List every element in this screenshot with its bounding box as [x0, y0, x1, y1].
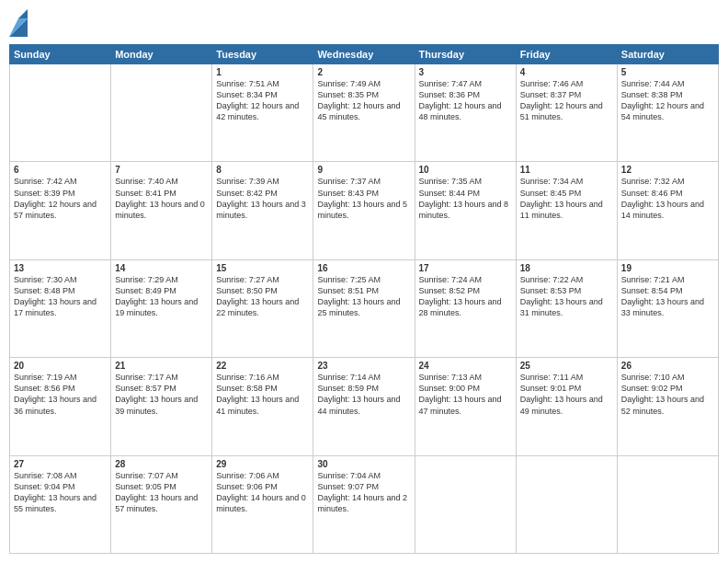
- day-info: Sunrise: 7:14 AM Sunset: 8:59 PM Dayligh…: [317, 372, 410, 417]
- calendar-cell: 23Sunrise: 7:14 AM Sunset: 8:59 PM Dayli…: [313, 358, 415, 455]
- day-info: Sunrise: 7:47 AM Sunset: 8:36 PM Dayligh…: [419, 78, 512, 123]
- day-number: 15: [216, 263, 309, 273]
- calendar-header-monday: Monday: [111, 45, 212, 64]
- day-info: Sunrise: 7:13 AM Sunset: 9:00 PM Dayligh…: [419, 372, 512, 417]
- calendar-week-row: 6Sunrise: 7:42 AM Sunset: 8:39 PM Daylig…: [10, 162, 719, 259]
- calendar-cell: [10, 64, 111, 162]
- day-info: Sunrise: 7:30 AM Sunset: 8:48 PM Dayligh…: [14, 274, 107, 319]
- day-number: 13: [14, 263, 107, 273]
- day-number: 3: [419, 67, 512, 77]
- calendar-cell: 21Sunrise: 7:17 AM Sunset: 8:57 PM Dayli…: [111, 358, 212, 455]
- calendar-header-thursday: Thursday: [415, 45, 516, 64]
- day-info: Sunrise: 7:06 AM Sunset: 9:06 PM Dayligh…: [216, 470, 309, 515]
- logo: [9, 9, 29, 37]
- day-info: Sunrise: 7:21 AM Sunset: 8:54 PM Dayligh…: [621, 274, 714, 319]
- day-number: 5: [621, 67, 714, 77]
- day-number: 26: [621, 361, 714, 371]
- day-number: 19: [621, 263, 714, 273]
- calendar-header-sunday: Sunday: [10, 45, 111, 64]
- logo-icon: [9, 9, 28, 37]
- calendar-header-tuesday: Tuesday: [212, 45, 313, 64]
- day-number: 10: [419, 165, 512, 175]
- day-info: Sunrise: 7:11 AM Sunset: 9:01 PM Dayligh…: [520, 372, 613, 417]
- calendar-header-saturday: Saturday: [617, 45, 718, 64]
- day-number: 2: [317, 67, 410, 77]
- calendar-header-row: SundayMondayTuesdayWednesdayThursdayFrid…: [10, 45, 719, 64]
- calendar-cell: 9Sunrise: 7:37 AM Sunset: 8:43 PM Daylig…: [313, 162, 415, 259]
- calendar-table: SundayMondayTuesdayWednesdayThursdayFrid…: [9, 44, 719, 554]
- day-info: Sunrise: 7:29 AM Sunset: 8:49 PM Dayligh…: [115, 274, 208, 319]
- calendar-cell: 22Sunrise: 7:16 AM Sunset: 8:58 PM Dayli…: [212, 358, 313, 455]
- day-info: Sunrise: 7:08 AM Sunset: 9:04 PM Dayligh…: [14, 470, 107, 515]
- day-info: Sunrise: 7:24 AM Sunset: 8:52 PM Dayligh…: [419, 274, 512, 319]
- day-number: 27: [14, 459, 107, 469]
- day-info: Sunrise: 7:16 AM Sunset: 8:58 PM Dayligh…: [216, 372, 309, 417]
- day-info: Sunrise: 7:37 AM Sunset: 8:43 PM Dayligh…: [317, 176, 410, 221]
- calendar-cell: 26Sunrise: 7:10 AM Sunset: 9:02 PM Dayli…: [617, 358, 718, 455]
- calendar-header-friday: Friday: [516, 45, 617, 64]
- day-number: 20: [14, 361, 107, 371]
- day-number: 8: [216, 165, 309, 175]
- day-info: Sunrise: 7:07 AM Sunset: 9:05 PM Dayligh…: [115, 470, 208, 515]
- day-info: Sunrise: 7:35 AM Sunset: 8:44 PM Dayligh…: [419, 176, 512, 221]
- header: [9, 9, 719, 37]
- day-info: Sunrise: 7:49 AM Sunset: 8:35 PM Dayligh…: [317, 78, 410, 123]
- day-info: Sunrise: 7:10 AM Sunset: 9:02 PM Dayligh…: [621, 372, 714, 417]
- day-number: 24: [419, 361, 512, 371]
- calendar-cell: 13Sunrise: 7:30 AM Sunset: 8:48 PM Dayli…: [10, 259, 111, 357]
- calendar-week-row: 20Sunrise: 7:19 AM Sunset: 8:56 PM Dayli…: [10, 358, 719, 455]
- calendar-cell: 20Sunrise: 7:19 AM Sunset: 8:56 PM Dayli…: [10, 358, 111, 455]
- day-number: 1: [216, 67, 309, 77]
- calendar-cell: 25Sunrise: 7:11 AM Sunset: 9:01 PM Dayli…: [516, 358, 617, 455]
- calendar-cell: 7Sunrise: 7:40 AM Sunset: 8:41 PM Daylig…: [111, 162, 212, 259]
- day-info: Sunrise: 7:32 AM Sunset: 8:46 PM Dayligh…: [621, 176, 714, 221]
- day-info: Sunrise: 7:25 AM Sunset: 8:51 PM Dayligh…: [317, 274, 410, 319]
- calendar-cell: 15Sunrise: 7:27 AM Sunset: 8:50 PM Dayli…: [212, 259, 313, 357]
- calendar-cell: [111, 64, 212, 162]
- calendar-cell: 27Sunrise: 7:08 AM Sunset: 9:04 PM Dayli…: [10, 455, 111, 553]
- calendar-cell: 14Sunrise: 7:29 AM Sunset: 8:49 PM Dayli…: [111, 259, 212, 357]
- day-info: Sunrise: 7:19 AM Sunset: 8:56 PM Dayligh…: [14, 372, 107, 417]
- day-info: Sunrise: 7:27 AM Sunset: 8:50 PM Dayligh…: [216, 274, 309, 319]
- day-number: 7: [115, 165, 208, 175]
- calendar-cell: 30Sunrise: 7:04 AM Sunset: 9:07 PM Dayli…: [313, 455, 415, 553]
- calendar-cell: 24Sunrise: 7:13 AM Sunset: 9:00 PM Dayli…: [415, 358, 516, 455]
- calendar-cell: [415, 455, 516, 553]
- day-info: Sunrise: 7:44 AM Sunset: 8:38 PM Dayligh…: [621, 78, 714, 123]
- day-info: Sunrise: 7:40 AM Sunset: 8:41 PM Dayligh…: [115, 176, 208, 221]
- calendar-cell: 19Sunrise: 7:21 AM Sunset: 8:54 PM Dayli…: [617, 259, 718, 357]
- day-info: Sunrise: 7:22 AM Sunset: 8:53 PM Dayligh…: [520, 274, 613, 319]
- day-number: 29: [216, 459, 309, 469]
- day-info: Sunrise: 7:17 AM Sunset: 8:57 PM Dayligh…: [115, 372, 208, 417]
- day-info: Sunrise: 7:46 AM Sunset: 8:37 PM Dayligh…: [520, 78, 613, 123]
- day-info: Sunrise: 7:51 AM Sunset: 8:34 PM Dayligh…: [216, 78, 309, 123]
- day-info: Sunrise: 7:34 AM Sunset: 8:45 PM Dayligh…: [520, 176, 613, 221]
- day-number: 12: [621, 165, 714, 175]
- day-number: 4: [520, 67, 613, 77]
- calendar-cell: 1Sunrise: 7:51 AM Sunset: 8:34 PM Daylig…: [212, 64, 313, 162]
- calendar-cell: 10Sunrise: 7:35 AM Sunset: 8:44 PM Dayli…: [415, 162, 516, 259]
- calendar-cell: 17Sunrise: 7:24 AM Sunset: 8:52 PM Dayli…: [415, 259, 516, 357]
- calendar-cell: 4Sunrise: 7:46 AM Sunset: 8:37 PM Daylig…: [516, 64, 617, 162]
- day-info: Sunrise: 7:04 AM Sunset: 9:07 PM Dayligh…: [317, 470, 410, 515]
- day-info: Sunrise: 7:42 AM Sunset: 8:39 PM Dayligh…: [14, 176, 107, 221]
- day-number: 9: [317, 165, 410, 175]
- calendar-header-wednesday: Wednesday: [313, 45, 415, 64]
- day-number: 30: [317, 459, 410, 469]
- calendar-cell: 3Sunrise: 7:47 AM Sunset: 8:36 PM Daylig…: [415, 64, 516, 162]
- calendar-week-row: 13Sunrise: 7:30 AM Sunset: 8:48 PM Dayli…: [10, 259, 719, 357]
- day-info: Sunrise: 7:39 AM Sunset: 8:42 PM Dayligh…: [216, 176, 309, 221]
- calendar-cell: 8Sunrise: 7:39 AM Sunset: 8:42 PM Daylig…: [212, 162, 313, 259]
- day-number: 17: [419, 263, 512, 273]
- calendar-cell: 28Sunrise: 7:07 AM Sunset: 9:05 PM Dayli…: [111, 455, 212, 553]
- day-number: 6: [14, 165, 107, 175]
- calendar-week-row: 1Sunrise: 7:51 AM Sunset: 8:34 PM Daylig…: [10, 64, 719, 162]
- day-number: 28: [115, 459, 208, 469]
- calendar-cell: 11Sunrise: 7:34 AM Sunset: 8:45 PM Dayli…: [516, 162, 617, 259]
- calendar-cell: 16Sunrise: 7:25 AM Sunset: 8:51 PM Dayli…: [313, 259, 415, 357]
- calendar-cell: 6Sunrise: 7:42 AM Sunset: 8:39 PM Daylig…: [10, 162, 111, 259]
- day-number: 22: [216, 361, 309, 371]
- day-number: 11: [520, 165, 613, 175]
- calendar-cell: 12Sunrise: 7:32 AM Sunset: 8:46 PM Dayli…: [617, 162, 718, 259]
- calendar-cell: [617, 455, 718, 553]
